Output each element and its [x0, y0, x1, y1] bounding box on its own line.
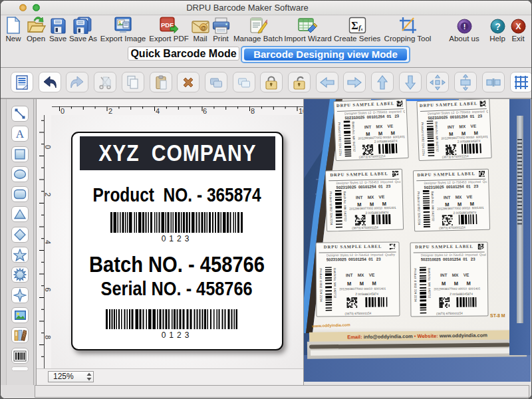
svg-text:4: 4: [156, 107, 160, 115]
svg-text:2: 2: [108, 107, 112, 115]
svg-text:fₓ: fₓ: [358, 24, 363, 31]
svg-text:8: 8: [251, 107, 255, 115]
svg-text:Σ: Σ: [351, 20, 358, 31]
svg-text:6: 6: [203, 107, 207, 115]
svg-text:8: 8: [44, 335, 52, 339]
svg-text:10: 10: [299, 107, 303, 115]
svg-text:@: @: [200, 25, 206, 31]
svg-text:?: ?: [495, 21, 501, 32]
svg-text:A: A: [16, 128, 25, 140]
svg-text:4: 4: [44, 240, 52, 244]
svg-text:6: 6: [44, 288, 52, 292]
svg-text:2: 2: [44, 193, 52, 197]
svg-text:!: !: [463, 23, 466, 31]
svg-text:X: X: [515, 22, 521, 31]
svg-text:0: 0: [44, 145, 52, 149]
svg-text:0: 0: [61, 107, 65, 115]
